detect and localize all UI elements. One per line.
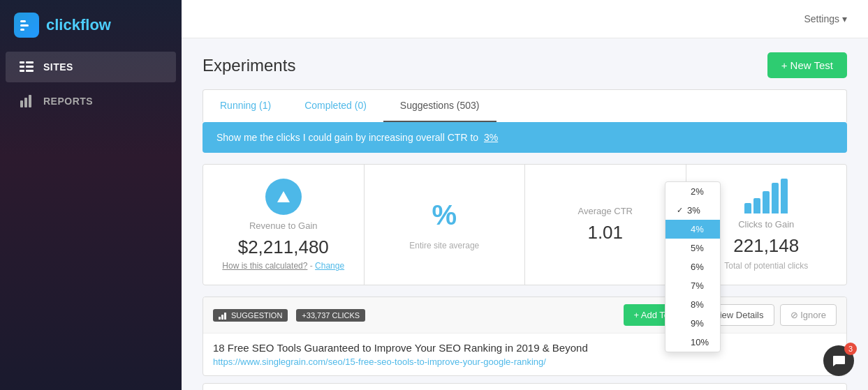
dropdown-item-4pct[interactable]: 4% bbox=[665, 220, 720, 239]
svg-rect-3 bbox=[20, 61, 24, 63]
banner: Show me the clicks I could gain by incre… bbox=[203, 122, 847, 153]
metric-average-ctr: Average CTR 1.01 bbox=[525, 165, 686, 285]
svg-rect-6 bbox=[26, 66, 34, 68]
svg-marker-12 bbox=[277, 191, 290, 202]
chat-badge: 3 bbox=[844, 343, 857, 355]
sidebar-item-label-sites: SITES bbox=[43, 61, 73, 73]
clicks-value: 221,148 bbox=[733, 235, 799, 257]
how-calculated-link[interactable]: How is this calculated? bbox=[222, 261, 307, 271]
tab-completed[interactable]: Completed (0) bbox=[288, 90, 383, 122]
svg-rect-10 bbox=[24, 98, 27, 107]
svg-rect-2 bbox=[20, 29, 24, 31]
page-header: Experiments + New Test bbox=[203, 52, 847, 78]
tab-suggestions[interactable]: Suggestions (503) bbox=[383, 90, 496, 122]
logo-icon bbox=[14, 13, 39, 38]
page-content: Experiments + New Test Running (1) Compl… bbox=[182, 38, 868, 390]
svg-rect-11 bbox=[29, 95, 31, 107]
suggestion-url[interactable]: https://www.singlegrain.com/seo/15-free-… bbox=[213, 357, 837, 367]
tabs: Running (1) Completed (0) Suggestions (5… bbox=[203, 90, 846, 122]
reports-icon bbox=[20, 95, 34, 107]
revenue-label: Revenue to Gain bbox=[249, 220, 318, 231]
svg-rect-15 bbox=[224, 313, 226, 320]
svg-rect-4 bbox=[26, 61, 34, 63]
svg-rect-9 bbox=[20, 100, 23, 107]
dropdown-item-6pct[interactable]: 6% bbox=[665, 257, 720, 276]
sidebar-item-reports[interactable]: REPORTS bbox=[6, 85, 176, 117]
sidebar-item-label-reports: REPORTS bbox=[43, 96, 93, 107]
suggestion-header: SUGGESTION +33,737 CLICKS + Add Test Vie… bbox=[203, 297, 846, 333]
avg-ctr-value: 1.01 bbox=[587, 222, 623, 243]
clicks-tag: +33,737 CLICKS bbox=[296, 309, 365, 322]
bar-2 bbox=[753, 198, 760, 213]
revenue-value: $2,211,480 bbox=[238, 237, 329, 258]
bar-4 bbox=[772, 183, 779, 213]
metric-revenue: Revenue to Gain $2,211,480 How is this c… bbox=[203, 165, 364, 285]
suggestion-title: 18 Free SEO Tools Guaranteed to Improve … bbox=[213, 342, 837, 354]
metric-ctr: % Entire site average bbox=[365, 165, 525, 285]
dropdown-item-9pct[interactable]: 9% bbox=[665, 314, 720, 333]
settings-caret: ▾ bbox=[842, 13, 847, 24]
avg-ctr-label: Average CTR bbox=[578, 206, 633, 216]
bar-chart bbox=[744, 179, 788, 213]
dropdown-item-7pct[interactable]: 7% bbox=[665, 276, 720, 295]
bar-5 bbox=[781, 179, 788, 213]
percent-icon: % bbox=[432, 200, 457, 231]
suggestion-body: 18 Free SEO Tools Guaranteed to Improve … bbox=[203, 333, 846, 375]
svg-rect-5 bbox=[20, 66, 24, 68]
suggestion-tag: SUGGESTION bbox=[213, 309, 288, 322]
check-icon: ✓ bbox=[677, 206, 683, 215]
dropdown-item-2pct[interactable]: 2% bbox=[665, 182, 720, 201]
svg-rect-7 bbox=[20, 70, 24, 72]
top-bar: Settings ▾ bbox=[182, 0, 868, 38]
svg-rect-0 bbox=[20, 20, 26, 22]
banner-text: Show me the clicks I could gain by incre… bbox=[216, 132, 498, 143]
logo-text: clickflow bbox=[46, 16, 111, 34]
logo-area: clickflow bbox=[0, 0, 182, 50]
ctr-sub: Entire site average bbox=[409, 241, 479, 250]
clicks-sub: Total of potential clicks bbox=[724, 261, 808, 271]
change-link[interactable]: Change bbox=[315, 261, 344, 271]
settings-button[interactable]: Settings ▾ bbox=[804, 13, 847, 24]
page-title: Experiments bbox=[203, 56, 295, 75]
dropdown-item-5pct[interactable]: 5% bbox=[665, 239, 720, 257]
dropdown-item-8pct[interactable]: 8% bbox=[665, 295, 720, 314]
chat-button[interactable]: 3 bbox=[823, 345, 854, 376]
metrics-row: Revenue to Gain $2,211,480 How is this c… bbox=[203, 164, 847, 285]
new-test-button[interactable]: + New Test bbox=[767, 52, 847, 78]
dropdown-item-3pct[interactable]: ✓ 3% bbox=[665, 201, 720, 220]
svg-rect-1 bbox=[20, 24, 29, 27]
sidebar-content: clickflow SITES bbox=[0, 0, 182, 390]
clicks-label: Clicks to Gain bbox=[738, 219, 794, 230]
banner-ctr-link[interactable]: 3% bbox=[484, 132, 498, 143]
sidebar: clickflow SITES bbox=[0, 0, 182, 390]
revenue-link: How is this calculated? - Change bbox=[222, 261, 344, 271]
bar-3 bbox=[763, 191, 770, 213]
sidebar-item-sites[interactable]: SITES bbox=[6, 52, 176, 82]
suggestion-tags: SUGGESTION +33,737 CLICKS bbox=[213, 309, 365, 322]
bar-1 bbox=[744, 203, 751, 213]
svg-rect-8 bbox=[26, 70, 34, 72]
revenue-up-icon bbox=[265, 179, 302, 215]
tab-running[interactable]: Running (1) bbox=[203, 90, 288, 122]
svg-rect-13 bbox=[219, 317, 221, 320]
settings-label: Settings bbox=[804, 13, 839, 24]
main-content: Settings ▾ Experiments + New Test Runnin… bbox=[182, 0, 868, 390]
suggestion-actions: + Add Test View Details ⊘ Ignore bbox=[624, 304, 837, 326]
ignore-button[interactable]: ⊘ Ignore bbox=[780, 304, 837, 326]
svg-rect-14 bbox=[221, 315, 223, 320]
suggestion-card: SUGGESTION +33,737 CLICKS + Add Test Vie… bbox=[203, 297, 847, 376]
ctr-dropdown: 2% ✓ 3% 4% 5% 6% 7% bbox=[665, 181, 721, 352]
suggestion-card-2: 18 Free SEO Tools Guaranteed to Improve … bbox=[203, 383, 847, 390]
tabs-container: Running (1) Completed (0) Suggestions (5… bbox=[203, 89, 847, 122]
sites-icon bbox=[20, 61, 34, 73]
dropdown-item-10pct[interactable]: 10% bbox=[665, 333, 720, 352]
